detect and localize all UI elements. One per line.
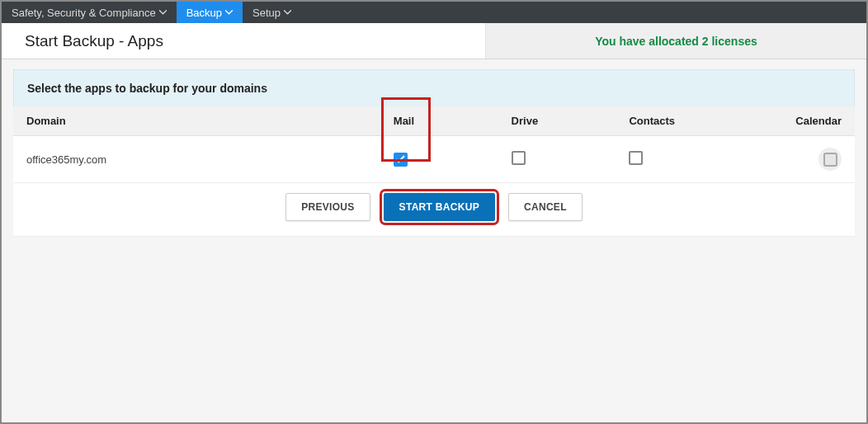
- page-title-wrap: Start Backup - Apps: [2, 23, 486, 59]
- chevron-down-icon: [284, 10, 291, 15]
- checkbox-drive[interactable]: [512, 151, 526, 165]
- col-contacts: Contacts: [619, 106, 737, 136]
- cell-mail: [384, 136, 502, 183]
- nav-label: Setup: [252, 7, 281, 19]
- nav-label: Safety, Security & Compliance: [12, 7, 156, 19]
- checkbox-contacts[interactable]: [629, 151, 643, 165]
- previous-button[interactable]: PREVIOUS: [285, 193, 370, 221]
- cancel-button[interactable]: CANCEL: [508, 193, 583, 221]
- cell-drive: [502, 136, 620, 183]
- apps-table: Domain Mail Drive Contacts Calendar offi…: [13, 106, 855, 183]
- license-status: You have allocated 2 licenses: [486, 35, 866, 48]
- cell-contacts: [619, 136, 737, 183]
- col-domain: Domain: [13, 106, 384, 136]
- cell-domain: office365my.com: [13, 136, 384, 183]
- chevron-down-icon: [159, 10, 167, 15]
- nav-label: Backup: [186, 7, 222, 19]
- content-area: Select the apps to backup for your domai…: [2, 59, 866, 247]
- col-drive: Drive: [502, 106, 620, 136]
- checkbox-mail[interactable]: [394, 153, 408, 167]
- chevron-down-icon: [225, 10, 233, 15]
- col-mail-label: Mail: [394, 115, 414, 127]
- page-header: Start Backup - Apps You have allocated 2…: [2, 23, 866, 59]
- nav-item-safety[interactable]: Safety, Security & Compliance: [2, 2, 177, 23]
- checkbox-calendar-wrap: [818, 148, 842, 171]
- panel-instruction: Select the apps to backup for your domai…: [13, 69, 855, 106]
- top-nav: Safety, Security & Compliance Backup Set…: [2, 2, 866, 23]
- page-title: Start Backup - Apps: [25, 32, 163, 50]
- nav-item-setup[interactable]: Setup: [243, 2, 301, 23]
- table-row: office365my.com: [13, 136, 855, 183]
- start-backup-button[interactable]: START BACKUP: [384, 193, 495, 221]
- col-mail: Mail: [384, 106, 502, 136]
- button-row: PREVIOUS START BACKUP CANCEL: [13, 183, 855, 237]
- col-calendar: Calendar: [737, 106, 855, 136]
- table-header-row: Domain Mail Drive Contacts Calendar: [13, 106, 855, 136]
- nav-item-backup[interactable]: Backup: [177, 2, 243, 23]
- cell-calendar: [737, 136, 855, 183]
- checkbox-calendar[interactable]: [823, 153, 837, 167]
